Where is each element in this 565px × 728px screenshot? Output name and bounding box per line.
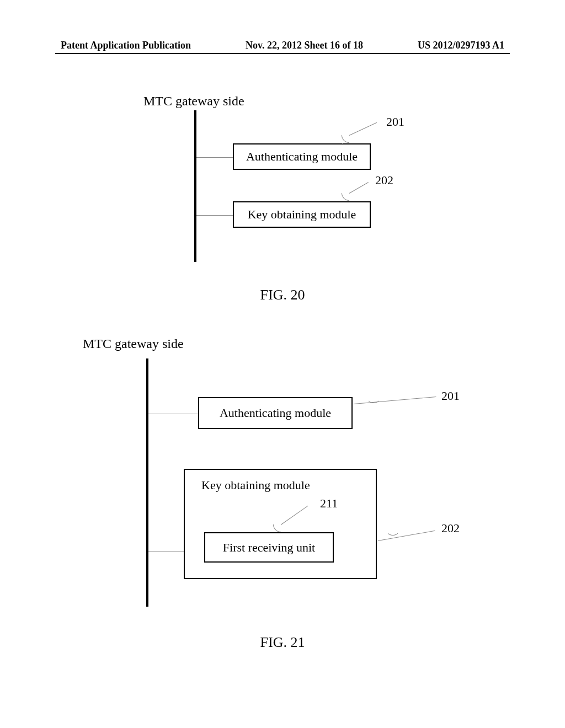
fig20-ref-202-arc — [342, 193, 349, 201]
fig21-ref-201: 201 — [441, 389, 460, 403]
fig21-first-receiving-unit-label: First receiving unit — [223, 540, 315, 555]
figure-20: MTC gateway side Authenticating module 2… — [0, 77, 565, 309]
header-center: Nov. 22, 2012 Sheet 16 of 18 — [246, 40, 363, 51]
fig20-auth-module-box: Authenticating module — [233, 143, 371, 170]
header-right: US 2012/0297193 A1 — [418, 40, 504, 51]
fig20-ref-202: 202 — [375, 173, 393, 188]
page-header: Patent Application Publication Nov. 22, … — [0, 40, 565, 51]
fig20-lifeline — [194, 110, 196, 262]
fig21-connector-1 — [148, 414, 198, 414]
fig21-ref-201-arc — [368, 395, 379, 406]
fig21-ref-211: 211 — [320, 496, 338, 511]
header-left: Patent Application Publication — [61, 40, 191, 51]
fig20-connector-1 — [196, 157, 233, 158]
fig21-auth-module-box: Authenticating module — [198, 397, 353, 429]
fig20-caption: FIG. 20 — [0, 287, 565, 303]
fig20-connector-2 — [196, 215, 233, 216]
fig20-ref-201-line — [349, 122, 377, 136]
fig20-key-module-label: Key obtaining module — [248, 207, 356, 222]
fig20-key-module-box: Key obtaining module — [233, 201, 371, 228]
fig21-first-receiving-unit-box: First receiving unit — [204, 532, 334, 563]
fig21-key-module-label: Key obtaining module — [201, 478, 310, 493]
fig21-ref-202: 202 — [441, 521, 460, 536]
fig21-ref-202-line — [378, 531, 435, 541]
fig21-lifeline — [146, 358, 148, 607]
fig20-ref-202-line — [349, 182, 369, 194]
fig20-title: MTC gateway side — [143, 94, 244, 109]
header-divider — [55, 53, 510, 54]
figure-21: MTC gateway side Authenticating module 2… — [0, 325, 565, 656]
fig20-auth-module-label: Authenticating module — [246, 149, 358, 164]
fig21-title: MTC gateway side — [83, 336, 184, 351]
fig20-ref-201-arc — [342, 135, 349, 143]
fig21-auth-module-label: Authenticating module — [220, 406, 331, 420]
fig21-caption: FIG. 21 — [0, 634, 565, 651]
fig21-connector-2 — [148, 552, 184, 552]
fig21-ref-201-line — [354, 397, 436, 404]
fig20-ref-201: 201 — [386, 115, 404, 129]
